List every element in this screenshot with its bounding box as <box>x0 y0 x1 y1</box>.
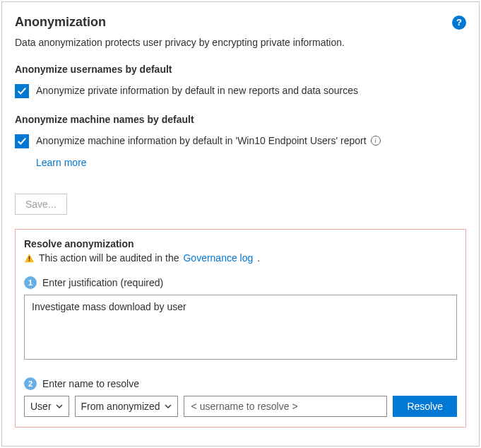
help-icon[interactable]: ? <box>452 16 466 30</box>
save-button[interactable]: Save... <box>15 194 67 215</box>
chevron-down-icon <box>165 403 172 410</box>
direction-dropdown[interactable]: From anonymized <box>75 396 178 417</box>
step2-badge: 2 <box>24 377 37 390</box>
step2-label: Enter name to resolve <box>42 378 139 389</box>
svg-rect-0 <box>29 256 30 259</box>
resolve-panel: Resolve anonymization This action will b… <box>15 229 466 428</box>
learn-more-link[interactable]: Learn more <box>36 157 87 168</box>
warning-icon <box>24 253 35 264</box>
svg-rect-1 <box>29 260 30 261</box>
step1-row: 1 Enter justification (required) <box>24 276 457 289</box>
machines-checkbox-label: Anonymize machine information by default… <box>36 134 381 148</box>
usernames-heading: Anonymize usernames by default <box>15 64 466 75</box>
entity-type-value: User <box>30 401 52 412</box>
audit-notice: This action will be audited in the Gover… <box>24 252 457 264</box>
anonymize-machines-checkbox[interactable] <box>15 134 29 148</box>
usernames-checkbox-label: Anonymize private information by default… <box>36 83 358 98</box>
direction-value: From anonymized <box>81 401 160 412</box>
resolve-button[interactable]: Resolve <box>393 396 457 417</box>
machines-check-row: Anonymize machine information by default… <box>15 134 466 148</box>
step1-label: Enter justification (required) <box>42 277 163 288</box>
anonymization-page: Anonymization ? Data anonymization prote… <box>1 1 480 447</box>
page-title: Anonymization <box>15 15 106 30</box>
resolve-name-input[interactable] <box>184 396 388 417</box>
anonymize-machines-section: Anonymize machine names by default Anony… <box>15 114 466 168</box>
entity-type-dropdown[interactable]: User <box>24 396 69 417</box>
header: Anonymization ? <box>15 15 466 30</box>
machines-heading: Anonymize machine names by default <box>15 114 466 125</box>
step1-badge: 1 <box>24 276 37 289</box>
anonymize-usernames-checkbox[interactable] <box>15 84 29 98</box>
resolve-controls: User From anonymized Resolve <box>24 396 457 417</box>
governance-log-link[interactable]: Governance log <box>183 252 253 264</box>
anonymize-usernames-section: Anonymize usernames by default Anonymize… <box>15 64 466 98</box>
audit-text-prefix: This action will be audited in the <box>39 252 179 264</box>
justification-input[interactable] <box>24 295 457 360</box>
step2-row: 2 Enter name to resolve <box>24 377 457 390</box>
audit-text-suffix: . <box>257 252 260 264</box>
page-description: Data anonymization protects user privacy… <box>15 37 466 48</box>
info-icon[interactable]: i <box>371 136 381 146</box>
machines-checkbox-text: Anonymize machine information by default… <box>36 134 367 148</box>
chevron-down-icon <box>56 403 63 410</box>
usernames-check-row: Anonymize private information by default… <box>15 83 466 98</box>
resolve-title: Resolve anonymization <box>24 238 457 249</box>
